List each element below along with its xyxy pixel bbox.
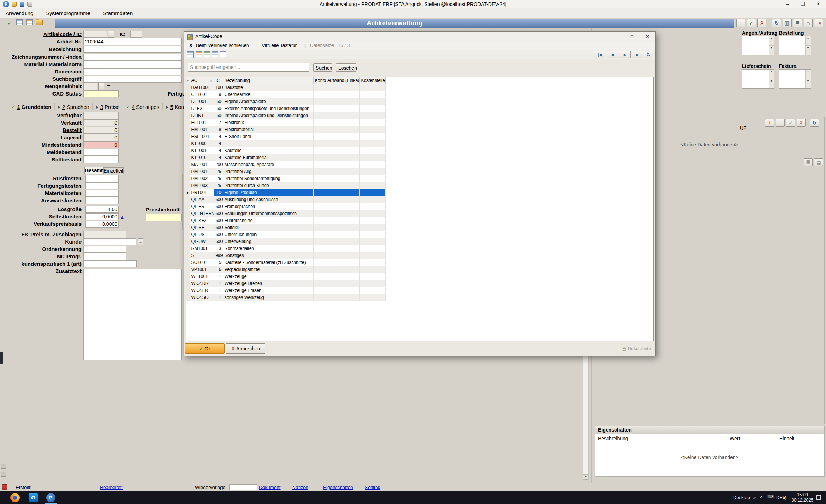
dialog-close-button[interactable]: ✕ (640, 32, 655, 41)
cell-ac[interactable]: QL-UW (190, 238, 214, 245)
window-minimize-button[interactable]: – (780, 0, 795, 8)
cell-ac[interactable]: DLINT (190, 112, 214, 119)
cell-ac[interactable]: DL1001 (190, 98, 214, 105)
cell-kostenstelle[interactable] (359, 105, 385, 112)
cell-bezeichnung[interactable]: Werkzeuge Drehen (223, 280, 313, 287)
loeschen-button[interactable]: Löschen (336, 63, 356, 72)
uf-export-button[interactable]: ▤ (814, 158, 823, 166)
toolbar-list-icon[interactable] (25, 19, 34, 27)
table-row[interactable]: WKZ.FR1Werkzeuge Fräsen (186, 287, 385, 294)
cell-konto[interactable] (313, 224, 359, 231)
dokumente-button[interactable]: ▤ Dokumente (621, 344, 652, 353)
cell-kostenstelle[interactable] (359, 217, 385, 224)
cell-kostenstelle[interactable] (359, 147, 385, 154)
keyboard-tray-icon[interactable]: ⌨ (767, 494, 774, 499)
tab-sprachen[interactable]: ▶ 2 Sprachen (55, 103, 92, 110)
table-row[interactable]: QL-AA600Ausbildung und Abschlüsse (186, 196, 385, 203)
table-row[interactable]: MA1001200Maschinenpark, Apparate (186, 161, 385, 168)
cell-konto[interactable] (313, 203, 359, 210)
mindestbestand-input[interactable] (83, 141, 119, 148)
table-row[interactable]: KT10104Kaufteile Büromaterial (186, 154, 385, 161)
cell-konto[interactable] (313, 245, 359, 252)
cell-kostenstelle[interactable] (359, 126, 385, 133)
cell-ic[interactable]: 600 (214, 196, 223, 203)
cell-ic[interactable]: 600 (214, 217, 223, 224)
toolbar-folder-icon[interactable] (35, 19, 43, 27)
cell-bezeichnung[interactable]: Prüfmittel Allg. (223, 168, 313, 175)
kundenspezifisch-input[interactable] (83, 260, 137, 267)
cell-ic[interactable]: 4 (214, 154, 223, 161)
toolbar-home-button[interactable]: ⌂ (804, 19, 813, 27)
meldebestand-input[interactable] (83, 149, 119, 156)
softlink-link[interactable]: Softlink (365, 485, 380, 490)
spin-down-icon[interactable]: ▼ (806, 79, 811, 89)
sollbestand-input[interactable] (83, 156, 119, 163)
cell-kostenstelle[interactable] (359, 266, 385, 273)
uf-remove-button[interactable]: − (776, 119, 785, 127)
bezeichnung-input[interactable] (83, 46, 182, 53)
selbstkosten-input[interactable] (85, 213, 119, 220)
cell-kostenstelle[interactable] (359, 112, 385, 119)
cell-kostenstelle[interactable] (359, 119, 385, 126)
table-row[interactable]: EM10018Elektromaterial (186, 126, 385, 133)
verfuegbar-input[interactable] (83, 112, 119, 119)
kunde-input[interactable] (83, 238, 136, 245)
cell-kostenstelle[interactable] (359, 238, 385, 245)
cell-konto[interactable] (313, 161, 359, 168)
cell-ic[interactable]: 100 (214, 84, 223, 91)
column-header-ac[interactable]: AC△ (190, 77, 214, 84)
dialog-minimize-button[interactable]: – (609, 32, 624, 41)
cell-ic[interactable]: 4 (214, 140, 223, 147)
cell-ac[interactable]: QL-AA (190, 196, 214, 203)
table-row[interactable]: WE10011Werkzeuge (186, 273, 385, 280)
toolbar-remove-button[interactable]: − (736, 19, 746, 27)
subtab-einzelteil[interactable]: Einzelteil (103, 167, 124, 174)
uf-confirm-button[interactable]: ✓ (786, 119, 795, 127)
spin-down-icon[interactable]: ▼ (769, 46, 774, 55)
cell-bezeichnung[interactable]: Kaufteile (223, 147, 313, 154)
cell-ic[interactable]: 50 (214, 98, 223, 105)
cell-kostenstelle[interactable] (359, 231, 385, 238)
pin-icon[interactable] (1, 472, 6, 477)
nav-prev-button[interactable]: ◀ (607, 51, 618, 58)
cell-bezeichnung[interactable]: Schulungen Unternehmensspezifisch (223, 210, 313, 217)
ek-preis-input[interactable] (83, 231, 126, 238)
artikel-nr-input[interactable] (83, 38, 182, 45)
lieferschein-box[interactable]: ▲ ▼ (742, 69, 774, 89)
cell-konto[interactable] (313, 231, 359, 238)
cell-bezeichnung[interactable]: sonstiges Werkzeug (223, 294, 313, 301)
cell-kostenstelle[interactable] (359, 210, 385, 217)
cell-ac[interactable]: S (190, 252, 214, 259)
cell-ic[interactable]: 10 (214, 189, 223, 196)
cell-bezeichnung[interactable]: E-Shelf-Label (223, 133, 313, 140)
prodat-taskbar-icon[interactable]: P (46, 493, 55, 502)
cell-kostenstelle[interactable] (359, 168, 385, 175)
action-center-icon[interactable] (816, 495, 821, 500)
cell-ic[interactable]: 1 (214, 287, 223, 294)
verkaufspreisbasis-input[interactable] (85, 220, 119, 227)
cell-bezeichnung[interactable]: Elektronik (223, 119, 313, 126)
cell-ac[interactable]: PM1003 (190, 182, 214, 189)
cad-status-input[interactable] (83, 90, 119, 97)
cell-bezeichnung[interactable] (223, 140, 313, 147)
cell-kostenstelle[interactable] (359, 273, 385, 280)
dialog-search-input[interactable] (188, 63, 309, 72)
dialog-refresh-button[interactable]: ↻ (644, 51, 653, 58)
table-row[interactable]: SO10015Kaufteile - Sondermaterial (zB Zu… (186, 259, 385, 266)
cell-kostenstelle[interactable] (359, 252, 385, 259)
menu-systemprogramme[interactable]: Systemprogramme (40, 8, 96, 18)
cell-konto[interactable] (313, 126, 359, 133)
ok-button[interactable]: ✓ Ok (185, 343, 225, 354)
cell-bezeichnung[interactable]: Chemieartikel (223, 91, 313, 98)
cell-kostenstelle[interactable] (359, 203, 385, 210)
cell-ic[interactable]: 5 (214, 259, 223, 266)
cell-konto[interactable] (313, 168, 359, 175)
mengeneinheit-browse-button[interactable]: … (98, 83, 104, 90)
cell-konto[interactable] (313, 280, 359, 287)
table-row[interactable]: DLINT50Interne Arbeitspakete und Dienstl… (186, 112, 385, 119)
spin-down-icon[interactable]: ▼ (769, 79, 774, 89)
uf-cancel-button[interactable]: ✗ (797, 119, 806, 127)
cell-ic[interactable]: 50 (214, 112, 223, 119)
toolbar-exit-button[interactable]: ⇥ (814, 19, 823, 27)
cell-ac[interactable]: WKZ.DR (190, 280, 214, 287)
